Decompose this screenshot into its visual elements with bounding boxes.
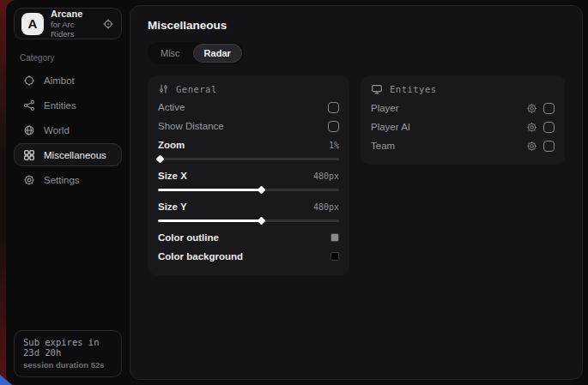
sidebar-item-label: Settings (44, 175, 80, 185)
player-ai-checkbox[interactable] (543, 122, 555, 133)
color-label: Color background (158, 251, 243, 262)
slider-label: Size X (158, 171, 187, 181)
slider-value: 1% (329, 141, 339, 150)
sidebar-item-label: Miscellaneous (44, 150, 106, 160)
active-checkbox[interactable] (328, 102, 339, 113)
target-settings-icon[interactable] (102, 18, 114, 30)
team-gear-icon[interactable] (526, 141, 537, 152)
slider-thumb[interactable] (257, 217, 265, 226)
slider-value: 480px (313, 171, 339, 181)
entity-row-player: Player (371, 99, 555, 117)
entities-icon (23, 99, 35, 111)
slider-thumb[interactable] (257, 186, 265, 195)
app-header-card: A Arcane for Arc Riders (14, 8, 122, 39)
entity-row-team: Team (371, 136, 555, 155)
grid-icon (23, 149, 35, 161)
entity-label: Player AI (371, 122, 410, 132)
slider-row-zoom: Zoom 1% (158, 135, 339, 154)
sliders-icon (158, 83, 169, 94)
player-checkbox[interactable] (543, 103, 555, 114)
color-label: Color outline (158, 232, 219, 243)
sidebar-item-label: Aimbot (44, 75, 75, 86)
category-label: Category (20, 53, 116, 63)
entity-label: Team (371, 141, 395, 151)
toggle-label: Active (158, 102, 185, 112)
slider-value: 480px (313, 202, 339, 212)
gear-icon (23, 174, 35, 186)
entities-card-title: Entityes (390, 84, 437, 94)
zoom-slider[interactable] (158, 155, 339, 163)
color-row-outline: Color outline (158, 228, 339, 247)
tab-radar[interactable]: Radar (193, 44, 242, 63)
sidebar: A Arcane for Arc Riders Category (6, 0, 130, 385)
cards-row: General Active Show Distance Zoom 1% (148, 75, 565, 275)
size-y-slider[interactable] (158, 217, 339, 225)
entities-card-header: Entityes (371, 83, 555, 95)
slider-label: Size Y (158, 202, 187, 212)
toggle-label: Show Distance (158, 121, 224, 131)
color-row-background: Color background (158, 247, 339, 266)
general-card-header: General (158, 83, 339, 94)
app-titles: Arcane for Arc Riders (51, 9, 95, 39)
entity-row-player-ai: Player AI (371, 117, 555, 136)
general-card: General Active Show Distance Zoom 1% (148, 75, 349, 275)
show-distance-checkbox[interactable] (328, 121, 339, 132)
entity-label: Player (371, 103, 399, 113)
toggle-row-show-distance: Show Distance (158, 117, 339, 135)
session-duration-text: session duration 52s (23, 360, 112, 370)
main-panel: Miscellaneous Misc Radar General Active (130, 5, 583, 380)
size-x-slider[interactable] (158, 186, 339, 194)
app-logo: A (21, 13, 44, 35)
crosshair-icon (23, 75, 35, 87)
slider-row-size-x: Size X 480px (158, 166, 339, 185)
general-card-title: General (176, 84, 217, 94)
color-outline-swatch[interactable] (330, 233, 339, 242)
sidebar-item-entities[interactable]: Entities (14, 93, 122, 117)
sidebar-item-label: World (44, 125, 70, 135)
sub-expiry-text: Sub expires in 23d 20h (23, 337, 112, 358)
app-subtitle: for Arc Riders (51, 20, 95, 39)
app-name: Arcane (51, 9, 95, 20)
slider-row-size-y: Size Y 480px (158, 197, 339, 216)
app-window: A Arcane for Arc Riders Category (6, 0, 588, 385)
sidebar-item-aimbot[interactable]: Aimbot (14, 69, 122, 92)
team-checkbox[interactable] (543, 141, 555, 152)
globe-icon (23, 124, 35, 136)
player-gear-icon[interactable] (526, 103, 537, 114)
monitor-icon (371, 83, 383, 95)
sidebar-item-label: Entities (44, 100, 76, 111)
entities-card: Entityes Player P (361, 75, 565, 165)
toggle-row-active: Active (158, 98, 339, 117)
sidebar-item-settings[interactable]: Settings (14, 168, 122, 191)
color-background-swatch[interactable] (330, 252, 339, 261)
page-title: Miscellaneous (148, 19, 565, 32)
subscription-panel: Sub expires in 23d 20h session duration … (14, 330, 122, 377)
sidebar-item-miscellaneous[interactable]: Miscellaneous (14, 143, 122, 166)
tab-bar: Misc Radar (148, 42, 244, 64)
slider-label: Zoom (158, 140, 185, 150)
tab-misc[interactable]: Misc (149, 44, 191, 63)
sidebar-item-world[interactable]: World (14, 118, 122, 141)
slider-thumb[interactable] (155, 155, 164, 164)
player-ai-gear-icon[interactable] (526, 122, 537, 133)
sidebar-nav: Aimbot Entities World (14, 69, 122, 191)
